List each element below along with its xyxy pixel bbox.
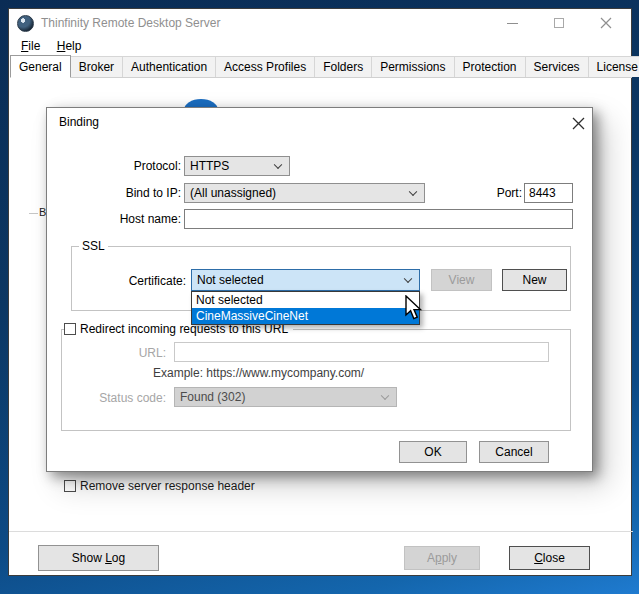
remove-server-response-header-label: Remove server response header [80,479,255,493]
certificate-dropdown-list: Not selected CineMassiveCineNet [191,291,420,325]
chevron-down-icon [274,160,282,168]
ok-button[interactable]: OK [399,441,467,463]
status-code-select: Found (302) [174,387,397,407]
binding-dialog: Binding Protocol: HTTPS Bind to IP: (All… [46,107,593,472]
footer-separator [9,531,633,532]
window-title: Thinfinity Remote Desktop Server [41,16,220,30]
close-icon [572,117,585,130]
remove-server-response-header-row: Remove server response header [64,479,255,493]
chevron-down-icon [404,274,412,282]
close-window-button[interactable] [589,9,623,37]
chevron-down-icon [409,187,417,195]
tab-access-profiles[interactable]: Access Profiles [215,56,315,77]
bind-to-ip-label: Bind to IP: [87,186,181,200]
menu-item-help[interactable]: Help [51,37,89,55]
minimize-icon [507,23,518,24]
dropdown-option-not-selected[interactable]: Not selected [192,292,419,308]
maximize-button[interactable] [542,9,576,37]
ssl-group-label: SSL [79,239,108,253]
tab-folders[interactable]: Folders [314,56,372,77]
background-groupbox-line-fragment [29,213,38,214]
port-field[interactable] [524,183,573,203]
host-name-field[interactable] [184,209,573,229]
url-field [174,342,549,362]
tab-broker[interactable]: Broker [70,56,123,77]
mouse-cursor-icon [404,295,423,322]
cancel-button[interactable]: Cancel [479,441,549,463]
tab-permissions[interactable]: Permissions [371,56,454,77]
menu-bar: File Help [9,37,631,57]
port-label: Port: [487,186,522,200]
protocol-select[interactable]: HTTPS [184,156,290,176]
protocol-label: Protocol: [87,159,181,173]
remove-server-response-header-checkbox[interactable] [64,480,76,492]
status-code-label: Status code: [72,391,166,405]
url-label: URL: [72,346,166,360]
certificate-select[interactable]: Not selected [191,269,420,291]
dropdown-option-cinemassivecinenet[interactable]: CineMassiveCineNet [192,308,419,324]
show-log-button[interactable]: Show Log [38,545,159,571]
tab-services[interactable]: Services [525,56,589,77]
tab-general[interactable]: General [10,55,71,78]
menu-item-file[interactable]: File [15,37,47,55]
chevron-down-icon [381,391,389,399]
close-button[interactable]: Close [509,546,590,570]
tab-license[interactable]: License [588,56,639,77]
view-button: View [431,269,492,291]
redirect-checkbox[interactable] [64,323,76,335]
tab-authentication[interactable]: Authentication [122,56,216,77]
desktop-background: Thinfinity Remote Desktop Server File He… [0,0,639,594]
tab-protection[interactable]: Protection [454,56,526,77]
tab-strip: General Broker Authentication Access Pro… [10,57,632,78]
title-bar: Thinfinity Remote Desktop Server [9,9,631,37]
host-name-label: Host name: [87,212,181,226]
certificate-label: Certificate: [92,274,186,288]
app-icon [17,15,34,32]
maximize-icon [554,18,564,28]
apply-button: Apply [404,546,480,570]
close-icon [600,17,612,29]
dialog-title: Binding [59,115,99,129]
minimize-button[interactable] [495,9,529,37]
new-button[interactable]: New [502,269,567,291]
example-text: Example: https://www.mycompany.com/ [153,366,364,380]
dialog-close-button[interactable] [568,114,588,132]
bind-to-ip-select[interactable]: (All unassigned) [184,183,425,203]
